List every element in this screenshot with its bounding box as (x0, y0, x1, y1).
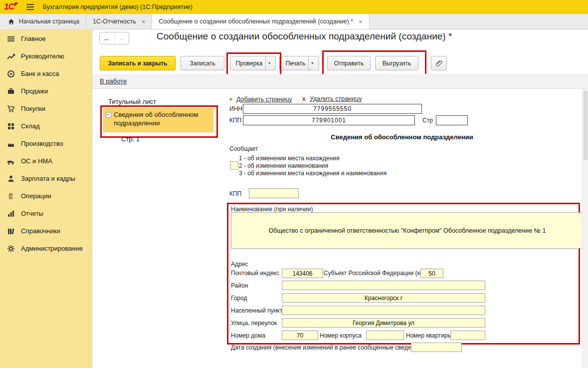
sidebar-item-main[interactable]: Главное (0, 30, 98, 47)
sidebar-item-fixed-assets[interactable]: ОС и НМА (0, 152, 98, 170)
delete-page-link-wrap: x Удалить страницу (302, 95, 362, 102)
settlement-label: Населенный пункт (231, 307, 282, 314)
postal-field[interactable]: 143406 (282, 269, 323, 278)
trend-chart-icon (6, 52, 15, 60)
paperclip-icon (434, 59, 443, 67)
books-icon (6, 227, 15, 235)
home-icon (6, 17, 15, 25)
house-label: Номер дома (231, 332, 265, 339)
name-label: Наименование (при наличии) (231, 206, 313, 213)
add-page-link-wrap: + Добавить страницу (229, 95, 292, 103)
check-dropdown-icon[interactable]: ▾ (265, 56, 273, 70)
kpp2-label: КПП (229, 190, 241, 197)
tree-item-subdivision-info[interactable]: Сведения об обособленном подразделении (103, 108, 213, 132)
add-page-link[interactable]: Добавить страницу (236, 96, 292, 103)
toolbar-divider (426, 57, 426, 69)
sidebar-item-warehouse[interactable]: Склад (0, 117, 98, 135)
kpp-field[interactable]: 779901001 (243, 115, 415, 125)
sidebar-item-production[interactable]: Производство (0, 135, 98, 152)
plus-icon: + (229, 95, 233, 103)
tab-message[interactable]: Сообщение о создании обособленных подраз… (152, 14, 369, 29)
collapse-icon[interactable] (105, 112, 112, 118)
street-field[interactable]: Георгия Димитрова ул (282, 318, 485, 328)
window-titlebar: 1С Бухгалтерия предприятия (демо) (1С:Пр… (0, 0, 588, 14)
option-3-label: 3 - об изменении места нахождения и наим… (239, 170, 387, 177)
coin-icon (6, 70, 15, 78)
back-button[interactable]: ← (100, 32, 114, 44)
print-dropdown-icon[interactable]: ▾ (308, 56, 316, 70)
tab-reporting[interactable]: 1С-Отчетность × (86, 14, 152, 29)
district-label: Район (231, 282, 248, 289)
person-icon (6, 175, 15, 183)
sidebar-item-label: Производство (21, 140, 63, 147)
inn-label: ИНН (229, 105, 242, 112)
gear-icon (6, 245, 15, 253)
city-field[interactable]: Красногорск г (282, 293, 485, 303)
sidebar-item-salary[interactable]: Зарплата и кадры (0, 170, 98, 187)
debit-credit-icon: ДтКт (6, 192, 15, 200)
sidebar-item-label: Операции (21, 192, 51, 200)
print-button[interactable]: Печать ▾ (279, 56, 319, 70)
postal-label: Почтовый индекс (231, 270, 279, 277)
creation-date-field[interactable] (411, 343, 462, 352)
main-menu-icon[interactable] (26, 4, 34, 10)
1c-logo-icon: 1С (4, 2, 18, 12)
sidebar-item-label: Руководителю (21, 52, 64, 60)
inn-field[interactable]: 7799555550 (243, 104, 422, 114)
sidebar-item-references[interactable]: Справочники (0, 222, 98, 240)
tree-item-title-page[interactable]: Титульный лист (108, 98, 156, 105)
status-link[interactable]: В работе (100, 77, 127, 85)
kpp2-field[interactable] (249, 188, 299, 198)
sidebar-item-label: Справочники (21, 227, 60, 235)
building-field[interactable] (366, 331, 404, 340)
tab-close-icon[interactable]: × (142, 18, 146, 25)
tab-reporting-label: 1С-Отчетность (93, 18, 136, 25)
history-nav: ← → (99, 32, 129, 44)
delete-page-link[interactable]: Удалить страницу (310, 95, 362, 102)
cart-icon (6, 105, 15, 113)
sidebar-item-administration[interactable]: Администрирование (0, 240, 98, 257)
sidebar-item-label: Банк и касса (21, 70, 59, 77)
sidebar-item-reports[interactable]: Отчеты (0, 205, 98, 222)
house-field[interactable]: 70 (282, 331, 318, 340)
sidebar-item-bank[interactable]: Банк и касса (0, 65, 98, 82)
apartment-label: Номер квартиры (406, 332, 452, 339)
send-button[interactable]: Отправить (327, 56, 371, 70)
tree-item-page-1[interactable]: Стр. 1 (121, 135, 140, 143)
vertical-scrollbar[interactable] (582, 89, 588, 368)
save-close-button[interactable]: Записать и закрыть (100, 56, 176, 70)
sidebar-item-manager[interactable]: Руководителю (0, 47, 98, 65)
sidebar-item-label: Главное (21, 35, 46, 42)
sidebar-item-purchases[interactable]: Покупки (0, 100, 98, 117)
message-type-field[interactable] (230, 161, 238, 170)
tree-item-label: Сведения об обособленном подразделении (114, 110, 209, 127)
check-button[interactable]: Проверка ▾ (230, 56, 276, 70)
section-title: Сведения об обособленном подразделении (227, 133, 577, 141)
subject-field[interactable]: 50 (420, 269, 443, 278)
district-field[interactable] (282, 281, 485, 290)
briefcase-icon (6, 87, 15, 95)
sidebar-item-label: Зарплата и кадры (21, 175, 75, 182)
page-title: Сообщение о создании обособленных подраз… (157, 31, 452, 42)
boxes-icon (6, 122, 15, 130)
str-field[interactable] (436, 115, 468, 125)
export-button[interactable]: Выгрузить (375, 56, 418, 70)
apartment-field[interactable] (450, 331, 485, 340)
tab-bar: Начальная страница 1С-Отчетность × Сообщ… (0, 14, 588, 29)
status-bar: В работе (92, 74, 588, 89)
sidebar-item-operations[interactable]: ДтКт Операции (0, 187, 98, 205)
tab-close-icon[interactable]: × (359, 18, 363, 25)
menu-icon (6, 35, 15, 43)
str-label: Стр (422, 117, 433, 124)
attachments-button[interactable] (431, 56, 447, 70)
scrollbar-thumb[interactable] (584, 90, 588, 160)
sidebar-item-label: ОС и НМА (21, 157, 52, 165)
sidebar-item-sales[interactable]: Продажи (0, 82, 98, 100)
save-button[interactable]: Записать (181, 56, 224, 70)
building-label: Номер корпуса (320, 332, 362, 339)
settlement-field[interactable] (282, 306, 485, 315)
tab-home[interactable]: Начальная страница (0, 14, 86, 29)
sidebar-item-label: Администрирование (21, 245, 83, 252)
forward-button[interactable]: → (114, 32, 129, 44)
name-field[interactable]: Общество с ограниченной ответственностью… (231, 212, 584, 249)
